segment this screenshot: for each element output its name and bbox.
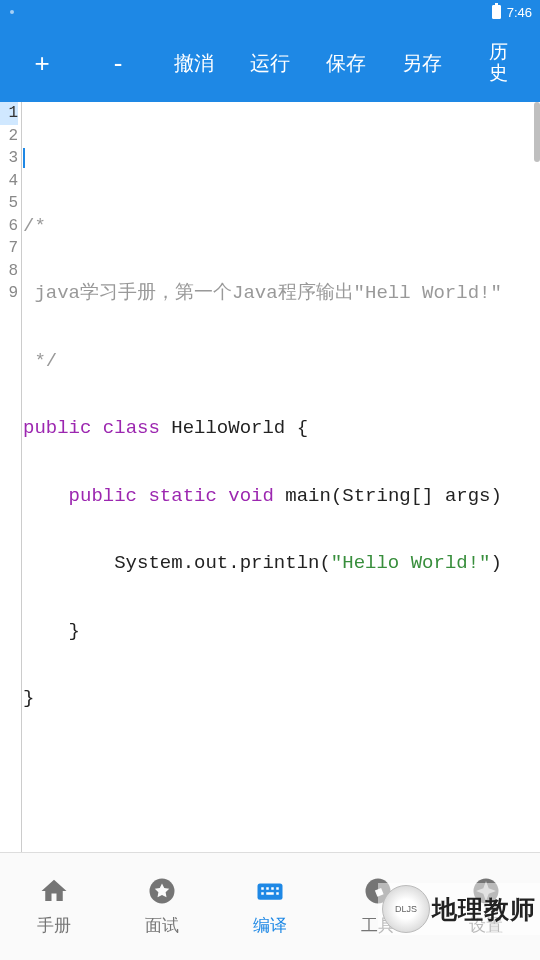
svg-rect-5 <box>276 887 279 890</box>
star-icon <box>147 876 177 906</box>
watermark: DLJS 地理教师 <box>378 883 540 935</box>
keyboard-icon <box>255 876 285 906</box>
code-editor[interactable]: 1 2 3 4 5 6 7 8 9 /* java学习手册，第一个Java程序输… <box>0 102 540 852</box>
history-button[interactable]: 历史 <box>460 34 536 92</box>
nav-manual[interactable]: 手册 <box>0 876 108 937</box>
svg-rect-6 <box>261 892 264 895</box>
svg-rect-3 <box>266 887 269 890</box>
status-time: 7:46 <box>507 5 532 20</box>
svg-rect-2 <box>261 887 264 890</box>
svg-rect-4 <box>271 887 274 890</box>
nav-compile[interactable]: 编译 <box>216 876 324 937</box>
nav-label: 编译 <box>253 914 287 937</box>
status-dot <box>10 10 14 14</box>
toolbar: + - 撤消 运行 保存 另存 历史 <box>0 24 540 102</box>
scrollbar[interactable] <box>534 102 540 162</box>
save-as-button[interactable]: 另存 <box>384 42 460 85</box>
code-area[interactable]: /* java学习手册，第一个Java程序输出"Hell World!" */ … <box>22 102 540 852</box>
nav-label: 手册 <box>37 914 71 937</box>
save-button[interactable]: 保存 <box>308 42 384 85</box>
status-bar: 7:46 <box>0 0 540 24</box>
line-gutter: 1 2 3 4 5 6 7 8 9 <box>0 102 22 852</box>
text-cursor <box>23 148 25 168</box>
zoom-in-button[interactable]: + <box>4 40 80 87</box>
svg-rect-1 <box>258 884 283 900</box>
run-button[interactable]: 运行 <box>232 42 308 85</box>
battery-icon <box>492 5 501 19</box>
zoom-out-button[interactable]: - <box>80 40 156 87</box>
svg-rect-7 <box>266 892 274 895</box>
nav-interview[interactable]: 面试 <box>108 876 216 937</box>
watermark-text: 地理教师 <box>432 893 536 926</box>
svg-rect-8 <box>276 892 279 895</box>
nav-label: 面试 <box>145 914 179 937</box>
watermark-logo-icon: DLJS <box>382 885 430 933</box>
undo-button[interactable]: 撤消 <box>156 42 232 85</box>
home-icon <box>39 876 69 906</box>
